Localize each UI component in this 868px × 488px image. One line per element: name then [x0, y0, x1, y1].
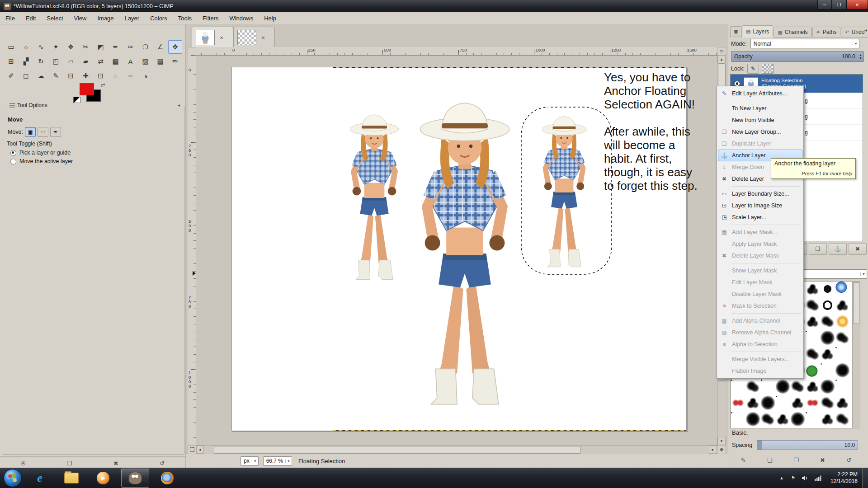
brush-cell[interactable] — [805, 347, 820, 361]
tool-color-picker[interactable]: ✑ — [123, 40, 137, 54]
tool-foreground-select[interactable]: ◩ — [94, 40, 108, 54]
brush-cell[interactable] — [805, 395, 820, 410]
brush-cell[interactable] — [820, 282, 835, 296]
dockable-icon-tab[interactable]: ▣ — [730, 26, 742, 37]
tool-free-select[interactable]: ∿ — [34, 40, 48, 54]
new-brush-icon[interactable]: ❏ — [764, 455, 776, 465]
tool-paintbrush[interactable]: ✐ — [4, 69, 18, 83]
brush-cell[interactable] — [760, 412, 775, 427]
edit-brush-icon[interactable]: ✎ — [737, 455, 749, 465]
layer-menu-item-new-layer-group[interactable]: ❐New Layer Group... — [718, 126, 802, 138]
move-layer-button[interactable]: ▣ — [25, 127, 36, 137]
tool-bucket-fill[interactable]: ▨ — [138, 55, 152, 68]
tool-flip[interactable]: ⇄ — [94, 55, 108, 68]
brush-cell[interactable] — [790, 412, 805, 427]
spin-arrows-icon[interactable]: ▲▼ — [859, 53, 862, 60]
anchor-layer-button[interactable]: ⚓ — [829, 243, 847, 255]
brush-cell[interactable] — [820, 379, 835, 394]
option-move-the-active-layer[interactable]: Move the active layer — [10, 158, 73, 164]
brush-cell[interactable] — [805, 412, 820, 427]
tool-ink[interactable]: ✎ — [49, 69, 63, 83]
layer-menu-item-new-from-visible[interactable]: New from Visible — [718, 114, 802, 126]
swap-colors-icon[interactable]: ⇄ — [101, 82, 105, 88]
layer-mode-select[interactable]: Normal ▼ — [750, 39, 859, 48]
zoom-fit-toggle[interactable]: ◳ — [717, 47, 726, 56]
vertical-ruler[interactable]: 02505007501000 — [188, 55, 196, 445]
opacity-slider[interactable]: Opacity 100.0 ▲▼ — [731, 51, 864, 62]
dock-menu-icon[interactable]: ◂ — [864, 28, 867, 33]
option-pick-a-layer-or-guide[interactable]: Pick a layer or guide — [10, 150, 73, 156]
tool-fuzzy-select[interactable]: ✦ — [49, 40, 63, 54]
brush-cell[interactable] — [775, 395, 790, 410]
tool-dodge-burn[interactable]: ◑ — [138, 69, 152, 83]
tool-scissors-select[interactable]: ✂ — [79, 40, 93, 54]
tool-measure[interactable]: ∠ — [153, 40, 167, 54]
scroll-left-icon[interactable]: ◄ — [196, 446, 204, 454]
tool-heal[interactable]: ✚ — [79, 69, 93, 83]
layer-menu-item-layer-to-image-size[interactable]: ⊡Layer to Image Size — [718, 200, 802, 211]
horizontal-scroll-thumb[interactable] — [214, 446, 581, 454]
taskbar-media-player[interactable]: ▶ — [90, 469, 117, 487]
brush-cell[interactable] — [731, 395, 745, 410]
tool-airbrush[interactable]: ☁ — [34, 69, 48, 83]
default-colors-icon[interactable] — [73, 97, 80, 103]
delete-brush-icon[interactable]: ✖ — [816, 455, 828, 465]
menubar-item-help[interactable]: Help — [259, 13, 282, 23]
brush-cell[interactable] — [820, 330, 835, 345]
brush-cell[interactable] — [835, 314, 850, 329]
brush-cell[interactable] — [805, 282, 820, 296]
tool-shear[interactable]: ▱ — [64, 55, 78, 68]
save-tool-options-icon[interactable]: ✇ — [17, 459, 29, 468]
restore-tool-options-icon[interactable]: ❒ — [64, 459, 75, 468]
tool-text[interactable]: A — [123, 55, 137, 68]
canvas-viewport[interactable]: Yes, you have toAnchor FloatingSelection… — [196, 55, 717, 445]
menubar-item-colors[interactable]: Colors — [145, 13, 173, 23]
brush-cell[interactable] — [820, 363, 835, 378]
tab-channels[interactable]: ▦Channels — [774, 27, 811, 38]
hidden-icons-button[interactable]: ▲ — [779, 475, 784, 480]
brush-cell[interactable] — [835, 412, 850, 427]
duplicate-layer-button[interactable]: ❐ — [809, 243, 827, 255]
tool-clone[interactable]: ⊟ — [64, 69, 78, 83]
move-selection-button[interactable]: ▭ — [38, 127, 48, 137]
menubar-item-view[interactable]: View — [69, 13, 92, 23]
brush-cell[interactable] — [820, 395, 835, 410]
layer-menu-item-edit-layer-attributes[interactable]: ✎Edit Layer Attributes... — [718, 88, 802, 99]
clock[interactable]: 2:22 PM 12/14/2016 — [830, 471, 858, 485]
quick-mask-toggle[interactable] — [188, 445, 197, 454]
radio-icon[interactable] — [10, 150, 16, 156]
tool-move[interactable]: ✥ — [168, 40, 182, 54]
brush-cell[interactable] — [835, 298, 850, 313]
lock-pixels-button[interactable]: ✎ — [747, 64, 759, 74]
brush-cell[interactable] — [745, 395, 760, 410]
tool-rotate[interactable]: ↻ — [34, 55, 48, 68]
brush-cell[interactable] — [820, 298, 835, 313]
menubar-item-tools[interactable]: Tools — [173, 13, 197, 23]
navigation-preview-button[interactable]: ✥ — [717, 445, 726, 454]
close-tab-icon[interactable]: ✕ — [218, 34, 225, 41]
tool-cage-transform[interactable]: ▦ — [108, 55, 123, 68]
minimize-button[interactable]: ─ — [817, 0, 832, 9]
brush-cell[interactable] — [835, 395, 850, 410]
move-path-button[interactable]: ✒ — [50, 127, 61, 137]
network-icon[interactable] — [814, 475, 821, 481]
tool-perspective-clone[interactable]: ⊡ — [94, 69, 108, 83]
maximize-button[interactable]: ❐ — [832, 0, 846, 9]
horizontal-ruler[interactable]: 0250500750100012501500 — [196, 47, 718, 56]
tool-blend[interactable]: ▤ — [153, 55, 167, 68]
brush-cell[interactable] — [805, 330, 820, 345]
tool-scale[interactable]: ◰ — [49, 55, 63, 68]
brush-cell[interactable] — [731, 379, 745, 394]
duplicate-brush-icon[interactable]: ❐ — [790, 455, 802, 465]
reset-tool-options-icon[interactable]: ↺ — [156, 459, 168, 468]
image-tab-untitled[interactable]: ✕ — [233, 27, 275, 48]
delete-tool-options-icon[interactable]: ✖ — [110, 459, 122, 468]
zoom-select[interactable]: 66.7 % ▼ — [263, 456, 292, 466]
brush-cell[interactable] — [835, 363, 850, 378]
brush-cell[interactable] — [820, 314, 835, 329]
tool-rectangle-select[interactable]: ▭ — [4, 40, 18, 54]
horizontal-scrollbar[interactable]: ◄ ► — [196, 445, 717, 454]
taskbar-gimp-active[interactable] — [121, 469, 149, 488]
brush-cell[interactable] — [790, 395, 805, 410]
close-tab-icon[interactable]: ✕ — [260, 34, 266, 41]
